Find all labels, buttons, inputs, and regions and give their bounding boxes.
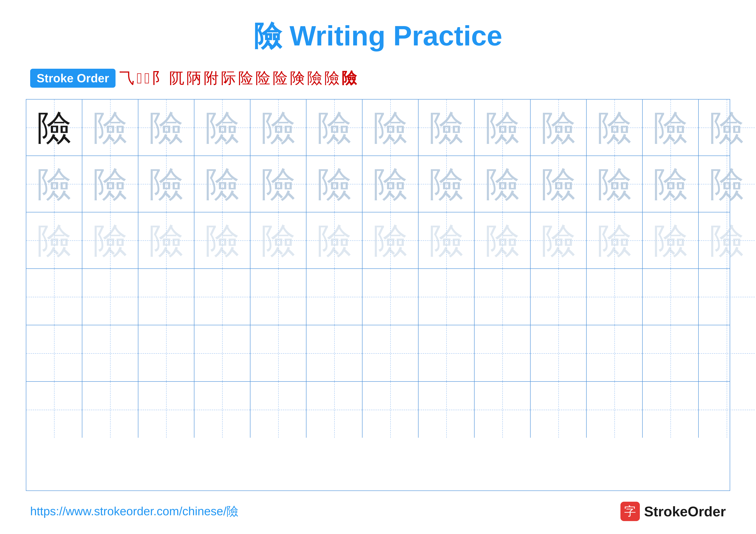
stroke-step-1: ⺄ xyxy=(120,68,134,88)
cell-r4-c10[interactable] xyxy=(530,269,587,325)
cell-r5-c1[interactable] xyxy=(26,325,82,381)
cell-r5-c4[interactable] xyxy=(194,325,251,381)
cell-r6-c1[interactable] xyxy=(26,382,82,438)
grid-row-6 xyxy=(26,382,730,438)
char-dark: 險 xyxy=(37,110,71,145)
cell-r2-c7: 險 xyxy=(363,156,418,212)
cell-r1-c3: 險 xyxy=(138,99,194,156)
cell-r5-c8[interactable] xyxy=(418,325,474,381)
cell-r5-c6[interactable] xyxy=(307,325,363,381)
cell-r1-c8: 險 xyxy=(418,99,474,156)
stroke-order-badge: Stroke Order xyxy=(30,69,116,88)
stroke-step-final: 險 xyxy=(341,68,357,88)
cell-r6-c9[interactable] xyxy=(474,382,530,438)
cell-r3-c7: 險 xyxy=(363,213,418,268)
stroke-step-12: 険 xyxy=(290,68,305,88)
cell-r3-c2: 險 xyxy=(82,213,138,268)
stroke-step-3: 𠃎 xyxy=(145,69,150,87)
cell-r4-c6[interactable] xyxy=(307,269,363,325)
cell-r5-c7[interactable] xyxy=(363,325,418,381)
cell-r4-c8[interactable] xyxy=(418,269,474,325)
page-title: 險 Writing Practice xyxy=(254,17,502,55)
cell-r5-c3[interactable] xyxy=(138,325,194,381)
cell-r4-c1[interactable] xyxy=(26,269,82,325)
cell-r5-c11[interactable] xyxy=(587,325,643,381)
grid-row-5 xyxy=(26,325,730,382)
stroke-step-2: 𠃌 xyxy=(137,69,142,87)
cell-r1-c1: 險 xyxy=(26,99,82,156)
stroke-step-5: 阢 xyxy=(169,68,184,88)
cell-r1-c13: 險 xyxy=(699,99,755,156)
stroke-step-13: 險 xyxy=(307,68,322,88)
footer-url[interactable]: https://www.strokeorder.com/chinese/險 xyxy=(30,503,238,519)
cell-r5-c10[interactable] xyxy=(530,325,587,381)
stroke-step-10: 险 xyxy=(256,68,270,88)
cell-r6-c6[interactable] xyxy=(307,382,363,438)
stroke-step-7: 附 xyxy=(204,68,219,88)
cell-r3-c6: 險 xyxy=(307,213,363,268)
cell-r6-c13[interactable] xyxy=(699,382,755,438)
cell-r6-c4[interactable] xyxy=(194,382,251,438)
cell-r6-c10[interactable] xyxy=(530,382,587,438)
logo-icon: 字 xyxy=(620,502,640,521)
cell-r2-c13: 險 xyxy=(699,156,755,212)
cell-r1-c12: 險 xyxy=(643,99,699,156)
cell-r6-c2[interactable] xyxy=(82,382,138,438)
cell-r2-c12: 險 xyxy=(643,156,699,212)
stroke-step-9: 险 xyxy=(238,68,253,88)
cell-r2-c9: 險 xyxy=(474,156,530,212)
cell-r1-c10: 險 xyxy=(530,99,587,156)
cell-r1-c7: 險 xyxy=(363,99,418,156)
cell-r4-c7[interactable] xyxy=(363,269,418,325)
cell-r6-c11[interactable] xyxy=(587,382,643,438)
cell-r4-c4[interactable] xyxy=(194,269,251,325)
cell-r4-c3[interactable] xyxy=(138,269,194,325)
cell-r2-c8: 險 xyxy=(418,156,474,212)
cell-r3-c3: 險 xyxy=(138,213,194,268)
cell-r2-c6: 險 xyxy=(307,156,363,212)
cell-r2-c11: 險 xyxy=(587,156,643,212)
stroke-step-6: 陃 xyxy=(186,68,202,88)
cell-r5-c12[interactable] xyxy=(643,325,699,381)
stroke-step-8: 际 xyxy=(221,68,236,88)
cell-r1-c11: 險 xyxy=(587,99,643,156)
cell-r4-c2[interactable] xyxy=(82,269,138,325)
cell-r3-c9: 險 xyxy=(474,213,530,268)
cell-r1-c5: 險 xyxy=(251,99,307,156)
cell-r5-c13[interactable] xyxy=(699,325,755,381)
cell-r3-c1: 險 xyxy=(26,213,82,268)
cell-r6-c8[interactable] xyxy=(418,382,474,438)
cell-r6-c5[interactable] xyxy=(251,382,307,438)
cell-r2-c2: 險 xyxy=(82,156,138,212)
cell-r2-c3: 險 xyxy=(138,156,194,212)
cell-r3-c13: 險 xyxy=(699,213,755,268)
cell-r1-c2: 險 xyxy=(82,99,138,156)
footer-logo: 字 StrokeOrder xyxy=(620,502,726,521)
cell-r6-c3[interactable] xyxy=(138,382,194,438)
cell-r1-c9: 險 xyxy=(474,99,530,156)
cell-r5-c9[interactable] xyxy=(474,325,530,381)
cell-r4-c13[interactable] xyxy=(699,269,755,325)
cell-r2-c4: 險 xyxy=(194,156,251,212)
cell-r6-c12[interactable] xyxy=(643,382,699,438)
stroke-step-11: 险 xyxy=(273,68,288,88)
cell-r4-c11[interactable] xyxy=(587,269,643,325)
cell-r2-c1: 險 xyxy=(26,156,82,212)
cell-r4-c9[interactable] xyxy=(474,269,530,325)
cell-r5-c2[interactable] xyxy=(82,325,138,381)
cell-r5-c5[interactable] xyxy=(251,325,307,381)
cell-r3-c12: 險 xyxy=(643,213,699,268)
cell-r2-c10: 險 xyxy=(530,156,587,212)
cell-r1-c6: 險 xyxy=(307,99,363,156)
cell-r4-c5[interactable] xyxy=(251,269,307,325)
footer: https://www.strokeorder.com/chinese/險 字 … xyxy=(26,502,730,521)
cell-r4-c12[interactable] xyxy=(643,269,699,325)
cell-r3-c5: 險 xyxy=(251,213,307,268)
grid-row-1: 險 險 險 險 險 險 險 險 險 險 險 險 險 xyxy=(26,99,730,156)
practice-grid: 險 險 險 險 險 險 險 險 險 險 險 險 險 險 險 險 險 險 險 險 … xyxy=(26,99,730,491)
logo-text: StrokeOrder xyxy=(644,503,726,520)
cell-r6-c7[interactable] xyxy=(363,382,418,438)
cell-r3-c10: 險 xyxy=(530,213,587,268)
cell-r3-c11: 險 xyxy=(587,213,643,268)
cell-r3-c8: 險 xyxy=(418,213,474,268)
